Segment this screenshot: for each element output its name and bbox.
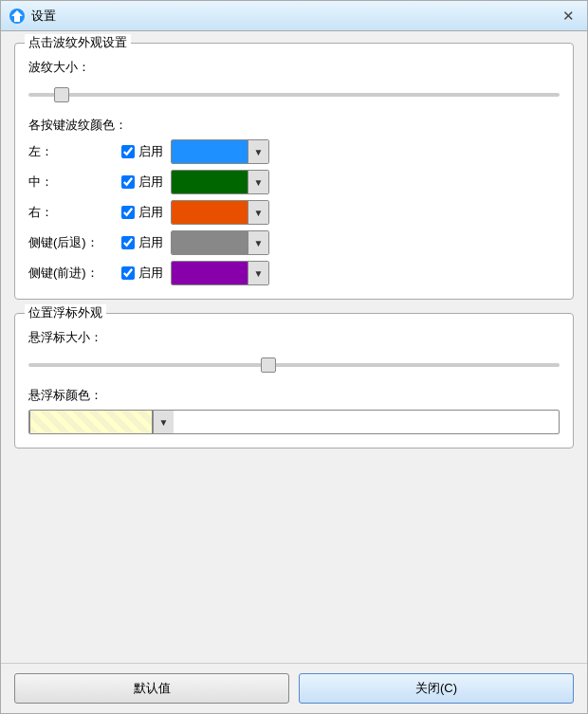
enable-text-forward: 启用: [138, 265, 163, 282]
color-dropdown-right[interactable]: ▼: [248, 200, 268, 225]
title-bar: 设置 ✕: [1, 1, 587, 31]
settings-window: 设置 ✕ 点击波纹外观设置 波纹大小： 各按键波纹颜色： 左： 启用: [0, 0, 588, 714]
color-picker-middle: ▼: [171, 170, 269, 194]
checkbox-forward-input[interactable]: [121, 266, 135, 280]
color-row-back: 侧键(后退)： 启用 ▼: [28, 230, 560, 255]
title-bar-text: 设置: [31, 8, 557, 25]
close-footer-button[interactable]: 关闭(C): [299, 673, 574, 704]
enable-text-back: 启用: [138, 234, 163, 251]
color-picker-back: ▼: [171, 230, 269, 255]
ripple-size-label: 波纹大小：: [28, 59, 560, 76]
color-label-right: 右：: [28, 204, 114, 221]
hover-group: 位置浮标外观 悬浮标大小： 悬浮标颜色： ▼: [14, 313, 574, 449]
color-label-middle: 中：: [28, 174, 114, 191]
content-area: 点击波纹外观设置 波纹大小： 各按键波纹颜色： 左： 启用 ▼: [1, 31, 587, 663]
color-picker-forward: ▼: [171, 261, 269, 285]
app-icon: [9, 8, 26, 25]
color-dropdown-middle[interactable]: ▼: [248, 170, 268, 194]
enable-checkbox-back[interactable]: 启用: [121, 234, 163, 251]
enable-checkbox-left[interactable]: 启用: [121, 143, 163, 160]
enable-text-left: 启用: [138, 143, 163, 160]
footer: 默认值 关闭(C): [1, 663, 587, 713]
hover-color-swatch[interactable]: [29, 410, 153, 434]
ripple-group-title: 点击波纹外观设置: [25, 34, 131, 51]
enable-text-middle: 启用: [138, 174, 163, 191]
default-button[interactable]: 默认值: [14, 673, 289, 704]
ripple-size-slider-container: [28, 82, 560, 107]
ripple-color-label: 各按键波纹颜色：: [28, 117, 560, 134]
color-dropdown-left[interactable]: ▼: [248, 139, 268, 164]
hover-size-label: 悬浮标大小：: [28, 329, 560, 346]
color-label-back: 侧键(后退)：: [28, 234, 114, 251]
color-row-middle: 中： 启用 ▼: [28, 170, 560, 194]
hover-size-slider-container: [28, 352, 560, 377]
color-label-forward: 侧键(前进)：: [28, 265, 114, 282]
color-picker-right: ▼: [171, 200, 269, 225]
color-row-forward: 侧键(前进)： 启用 ▼: [28, 261, 560, 285]
color-label-left: 左：: [28, 143, 114, 160]
color-rows: 左： 启用 ▼ 中： 启用: [28, 139, 560, 285]
hover-color-picker: ▼: [28, 410, 560, 434]
color-dropdown-back[interactable]: ▼: [248, 230, 268, 255]
color-swatch-forward[interactable]: [172, 261, 248, 285]
enable-checkbox-middle[interactable]: 启用: [121, 174, 163, 191]
checkbox-middle-input[interactable]: [121, 175, 135, 189]
color-dropdown-forward[interactable]: ▼: [248, 261, 268, 285]
hover-color-label: 悬浮标颜色：: [28, 387, 560, 404]
enable-checkbox-right[interactable]: 启用: [121, 204, 163, 221]
color-swatch-right[interactable]: [172, 200, 248, 225]
color-swatch-left[interactable]: [172, 139, 248, 164]
checkbox-right-input[interactable]: [121, 206, 135, 219]
hover-group-title: 位置浮标外观: [25, 304, 106, 321]
enable-checkbox-forward[interactable]: 启用: [121, 265, 163, 282]
hover-color-dropdown[interactable]: ▼: [153, 410, 174, 434]
checkbox-left-input[interactable]: [121, 145, 135, 158]
checkbox-back-input[interactable]: [121, 236, 135, 249]
color-row-right: 右： 启用 ▼: [28, 200, 560, 225]
color-swatch-back[interactable]: [172, 230, 248, 255]
enable-text-right: 启用: [138, 204, 163, 221]
color-swatch-middle[interactable]: [172, 170, 248, 194]
hover-size-slider[interactable]: [28, 363, 560, 367]
ripple-group: 点击波纹外观设置 波纹大小： 各按键波纹颜色： 左： 启用 ▼: [14, 43, 574, 300]
close-button[interactable]: ✕: [557, 6, 579, 27]
ripple-size-slider[interactable]: [28, 93, 560, 97]
color-row-left: 左： 启用 ▼: [28, 139, 560, 164]
color-picker-left: ▼: [171, 139, 269, 164]
